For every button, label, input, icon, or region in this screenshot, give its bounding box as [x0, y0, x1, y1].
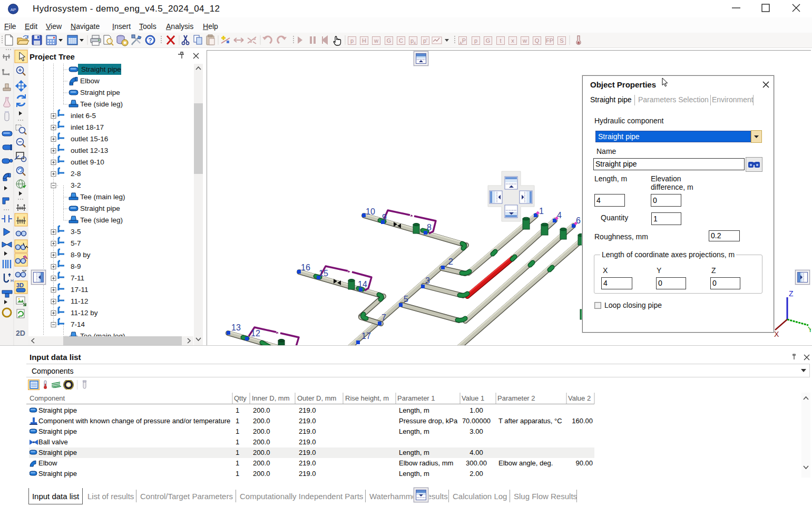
svg-text:?: ? — [148, 37, 152, 44]
svg-text:13: 13 — [231, 323, 241, 332]
svg-text:9: 9 — [382, 213, 387, 222]
svg-text:3: 3 — [425, 276, 430, 285]
svg-text:15: 15 — [319, 269, 328, 278]
svg-text:Z: Z — [789, 289, 794, 298]
svg-text:2D: 2D — [16, 329, 25, 337]
svg-text:7: 7 — [381, 313, 386, 322]
svg-text:Y: Y — [808, 325, 811, 334]
svg-text:4: 4 — [557, 211, 562, 220]
svg-text:5: 5 — [404, 295, 408, 304]
svg-text:8: 8 — [427, 223, 432, 232]
svg-text:14: 14 — [358, 280, 367, 289]
svg-text:H: H — [11, 278, 14, 283]
svg-text:12: 12 — [251, 329, 260, 338]
svg-text:16: 16 — [301, 263, 310, 272]
svg-text:X: X — [774, 330, 779, 338]
svg-text:1: 1 — [539, 207, 544, 216]
svg-text:17: 17 — [361, 332, 371, 340]
svg-text:AP: AP — [11, 7, 16, 12]
svg-text:2: 2 — [448, 257, 453, 266]
svg-text:3D: 3D — [16, 282, 24, 288]
svg-text:6: 6 — [576, 216, 581, 225]
svg-text:10: 10 — [366, 207, 375, 216]
